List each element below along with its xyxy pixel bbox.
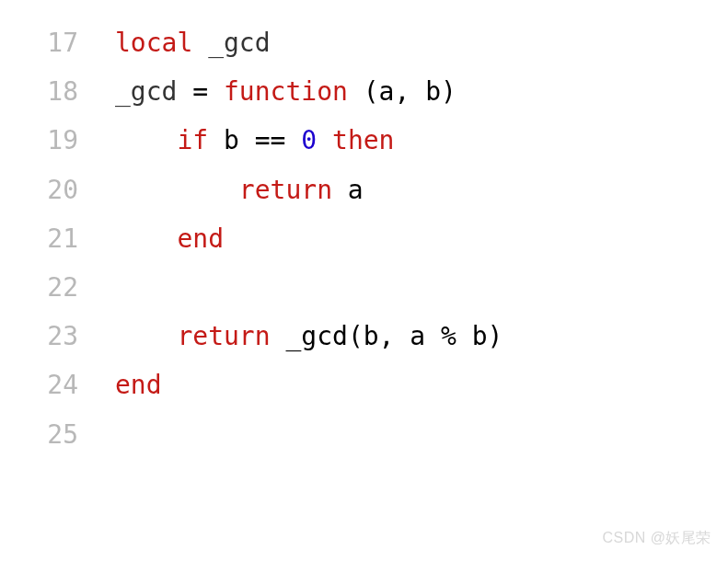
text-token: _gcd(b, a % b) (271, 321, 503, 351)
number-token: 0 (301, 125, 317, 155)
code-line: 17 local _gcd (0, 18, 728, 67)
code-line: 19 if b == 0 then (0, 116, 728, 165)
keyword-token: local (115, 28, 192, 58)
line-number: 19 (0, 116, 115, 165)
line-content (115, 263, 728, 312)
code-line: 25 (0, 410, 728, 459)
text-token (317, 125, 332, 155)
line-number: 25 (0, 410, 115, 459)
text-token: (a, b) (348, 76, 456, 107)
line-number: 17 (0, 18, 115, 67)
text-token (115, 125, 177, 155)
keyword-token: if (177, 125, 208, 155)
line-number: 18 (0, 67, 115, 116)
code-line: 18 _gcd = function (a, b) (0, 67, 728, 116)
keyword-token: end (177, 223, 224, 254)
line-number: 22 (0, 263, 115, 312)
identifier-token: _gcd (208, 28, 270, 58)
text-token: a (332, 175, 364, 205)
keyword-token: then (332, 125, 394, 155)
code-line: 24 end (0, 361, 728, 409)
code-line: 20 return a (0, 166, 728, 214)
line-number: 21 (0, 214, 115, 263)
line-number: 24 (0, 361, 115, 409)
line-content: end (115, 214, 728, 263)
keyword-token: function (224, 76, 348, 107)
keyword-token: end (115, 370, 162, 400)
code-line: 23 return _gcd(b, a % b) (0, 312, 728, 361)
line-content: return a (115, 166, 728, 214)
code-block: 17 local _gcd 18 _gcd = function (a, b) … (0, 18, 728, 459)
line-content: local _gcd (115, 18, 728, 67)
text-token (192, 28, 208, 58)
text-token: b == (208, 125, 301, 155)
identifier-token: _gcd (115, 76, 177, 107)
code-line: 21 end (0, 214, 728, 263)
watermark-text: CSDN @妖尾荣 (602, 524, 711, 552)
text-token (115, 175, 239, 205)
keyword-token: return (177, 321, 270, 351)
text-token (115, 223, 177, 254)
line-number: 23 (0, 312, 115, 361)
line-content: _gcd = function (a, b) (115, 67, 728, 116)
code-line: 22 (0, 263, 728, 312)
text-token (115, 321, 177, 351)
line-number: 20 (0, 166, 115, 214)
keyword-token: return (239, 175, 332, 205)
text-token: = (177, 76, 224, 107)
line-content: if b == 0 then (115, 116, 728, 165)
line-content: end (115, 361, 728, 409)
line-content: return _gcd(b, a % b) (115, 312, 728, 361)
line-content (115, 410, 728, 459)
